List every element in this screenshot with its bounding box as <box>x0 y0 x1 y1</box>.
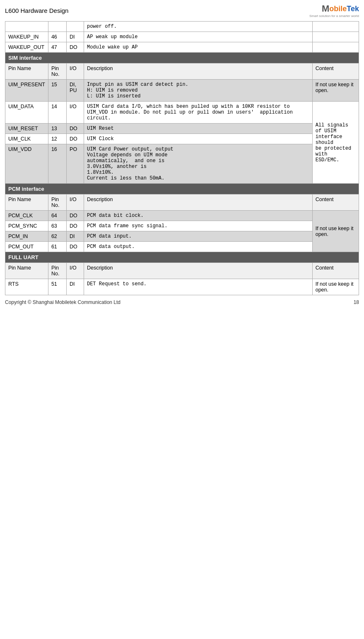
cell-pin-name: RTS <box>5 279 48 295</box>
rts-row: RTS 51 DI DET Request to send. If not us… <box>5 279 359 295</box>
cell-description: PCM data input. <box>84 231 312 242</box>
cell-pin-no: 64 <box>48 211 66 221</box>
cell-pin-no: 46 <box>48 32 66 42</box>
cell-pin-name: WAKEUP_OUT <box>5 42 48 53</box>
cell-content: If not use keep it open. <box>312 279 359 295</box>
cell-pin-name: PCM_SYNC <box>5 221 48 231</box>
logo: M obile Tek Smart solution for a smarter… <box>309 3 359 18</box>
cell-pin-no: 14 <box>48 102 66 124</box>
cell-content <box>312 32 359 42</box>
cell-description: UIM Card Power output, outputVoltage dep… <box>84 144 312 184</box>
cell-pin-no: 13 <box>48 124 66 134</box>
uim-clk-row: UIM_CLK 12 DO UIM Clock <box>5 134 359 144</box>
col-io: I/O <box>67 263 84 279</box>
cell-pin-name: UIM_VDD <box>5 144 48 184</box>
cell <box>5 22 48 32</box>
col-description: Description <box>84 263 312 279</box>
uim-data-row: UIM_DATA 14 I/O USIM Card data I/O, whic… <box>5 102 359 124</box>
page-header: L600 Hardware Design M obile Tek Smart s… <box>5 3 359 18</box>
col-pin-no: Pin No. <box>48 194 66 211</box>
cell-pin-no: 16 <box>48 144 66 184</box>
cell-pin-name: PCM_OUT <box>5 242 48 252</box>
uim-present-row: UIM_PRESENT 15 DI, PU Input pin as USIM … <box>5 80 359 102</box>
pcm-sync-row: PCM_SYNC 63 DO PCM data frame sync signa… <box>5 221 359 231</box>
page: L600 Hardware Design M obile Tek Smart s… <box>0 0 364 639</box>
cell-pin-no: 62 <box>48 231 66 242</box>
wakeup-in-row: WAKEUP_IN 46 DI AP weak up module <box>5 32 359 42</box>
cell-description: PCM data frame sync signal. <box>84 221 312 231</box>
cell-io: DI <box>67 231 84 242</box>
cell-io: DI <box>67 32 84 42</box>
cell-io: DO <box>67 211 84 221</box>
uim-reset-row: UIM_RESET 13 DO UIM Reset <box>5 124 359 134</box>
pcm-col-headers: Pin Name Pin No. I/O Description Content <box>5 194 359 211</box>
cell-description: UIM Clock <box>84 134 312 144</box>
cell-pin-name: WAKEUP_IN <box>5 32 48 42</box>
page-footer: Copyright © Shanghai Mobiletek Communica… <box>5 299 359 305</box>
cell-io: DO <box>67 242 84 252</box>
cell-content-shared: If not use keep it open. <box>312 211 359 252</box>
cell-io: DO <box>67 221 84 231</box>
pcm-in-row: PCM_IN 62 DI PCM data input. <box>5 231 359 242</box>
cell <box>312 22 359 32</box>
col-pin-no: Pin No. <box>48 63 66 80</box>
col-description: Description <box>84 194 312 211</box>
logo-tek: Tek <box>347 5 359 13</box>
cell-io: DI, PU <box>67 80 84 102</box>
pcm-clk-row: PCM_CLK 64 DO PCM data bit clock. If not… <box>5 211 359 221</box>
cell <box>48 22 66 32</box>
col-io: I/O <box>67 194 84 211</box>
col-pin-no: Pin No. <box>48 263 66 279</box>
cell-description: power off. <box>84 22 312 32</box>
cell-pin-name: UIM_CLK <box>5 134 48 144</box>
col-pin-name: Pin Name <box>5 263 48 279</box>
cell-pin-no: 63 <box>48 221 66 231</box>
uart-section-header: FULL UART <box>5 252 359 263</box>
cell-pin-name: PCM_CLK <box>5 211 48 221</box>
col-pin-name: Pin Name <box>5 194 48 211</box>
cell-pin-no: 61 <box>48 242 66 252</box>
col-content: Content <box>312 263 359 279</box>
section-title: FULL UART <box>5 252 359 263</box>
cell-pin-name: PCM_IN <box>5 231 48 242</box>
cell-io: I/O <box>67 102 84 124</box>
table-row: power off. <box>5 22 359 32</box>
cell-content: If not use keep it open. <box>312 80 359 102</box>
col-description: Description <box>84 63 312 80</box>
section-title: SIM interface <box>5 53 359 63</box>
cell-pin-name: UIM_DATA <box>5 102 48 124</box>
cell-description: Module wake up AP <box>84 42 312 53</box>
cell-pin-no: 15 <box>48 80 66 102</box>
logo-m-icon: M <box>322 3 329 14</box>
cell-pin-no: 47 <box>48 42 66 53</box>
cell-pin-name: UIM_PRESENT <box>5 80 48 102</box>
cell <box>67 22 84 32</box>
col-content: Content <box>312 63 359 80</box>
page-number: 18 <box>354 299 359 305</box>
section-title: PCM interface <box>5 184 359 194</box>
logo-tagline: Smart solution for a smarter world <box>309 14 359 18</box>
cell-description: UIM Reset <box>84 124 312 134</box>
cell-pin-no: 12 <box>48 134 66 144</box>
cell-description: PCM data bit clock. <box>84 211 312 221</box>
sim-col-headers: Pin Name Pin No. I/O Description Content <box>5 63 359 80</box>
cell-description: DET Request to send. <box>84 279 312 295</box>
copyright: Copyright © Shanghai Mobiletek Communica… <box>5 299 121 305</box>
main-table: power off. WAKEUP_IN 46 DI AP weak up mo… <box>5 21 359 295</box>
cell-content <box>312 42 359 53</box>
wakeup-out-row: WAKEUP_OUT 47 DO Module wake up AP <box>5 42 359 53</box>
col-io: I/O <box>67 63 84 80</box>
sim-section-header: SIM interface <box>5 53 359 63</box>
cell-content-shared: All signals of USIMinterface shouldbe pr… <box>312 102 359 184</box>
cell-pin-name: UIM_RESET <box>5 124 48 134</box>
document-title: L600 Hardware Design <box>5 7 68 14</box>
col-pin-name: Pin Name <box>5 63 48 80</box>
cell-pin-no: 51 <box>48 279 66 295</box>
cell-description: Input pin as USIM card detect pin.H: UIM… <box>84 80 312 102</box>
cell-io: DO <box>67 42 84 53</box>
cell-description: PCM data output. <box>84 242 312 252</box>
cell-io: DO <box>67 124 84 134</box>
cell-description: USIM Card data I/O, which has been pulle… <box>84 102 312 124</box>
col-content: Content <box>312 194 359 211</box>
logo-brand: obile <box>329 5 347 13</box>
